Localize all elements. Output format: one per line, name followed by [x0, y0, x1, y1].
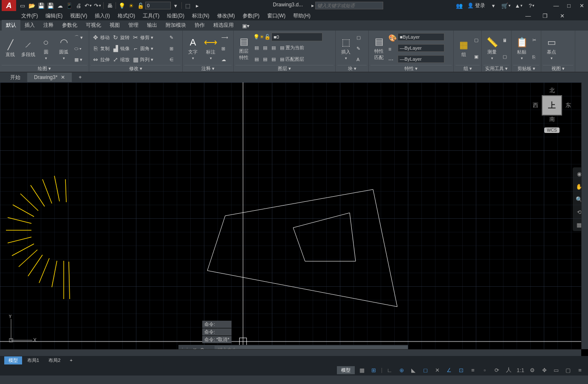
- viewcube-north[interactable]: 北: [549, 87, 555, 94]
- base-button[interactable]: ▭基点▾: [543, 32, 560, 65]
- offset-icon[interactable]: ∈: [168, 55, 175, 64]
- sb-snap-icon[interactable]: ⊞: [369, 365, 379, 375]
- match-layer-button[interactable]: ▤ 匹配图层: [279, 55, 305, 64]
- array-button[interactable]: ▦阵列 ▾: [131, 55, 155, 64]
- tab-start[interactable]: 开始: [3, 72, 27, 83]
- share-icon[interactable]: ⬚: [184, 1, 192, 10]
- tab-manage[interactable]: 管理: [124, 20, 143, 31]
- doc-restore-icon[interactable]: ❐: [541, 11, 549, 20]
- tab-visualize[interactable]: 可视化: [82, 20, 105, 31]
- undo-icon[interactable]: ↶▾: [84, 1, 92, 10]
- saveas-icon[interactable]: 💾: [46, 1, 55, 10]
- menu-edit[interactable]: 编辑(E): [45, 12, 62, 20]
- maximize-button[interactable]: □: [565, 1, 573, 10]
- close-tab-icon[interactable]: ✕: [61, 74, 65, 80]
- play-icon[interactable]: ▸: [193, 1, 201, 10]
- tab-collab[interactable]: 协作: [190, 20, 209, 31]
- ellipse-icon[interactable]: ⬭ ▾: [73, 44, 84, 53]
- new-tab-button[interactable]: +: [72, 73, 88, 82]
- edit-block-icon[interactable]: ✎: [355, 44, 362, 53]
- color-combo[interactable]: ■ ByLayer: [398, 33, 444, 41]
- tab-default[interactable]: 默认: [2, 20, 20, 31]
- scrollbar-vertical[interactable]: [581, 82, 588, 349]
- layer-combo[interactable]: ■ 0: [271, 33, 322, 41]
- menu-tools[interactable]: 工具(T): [143, 12, 159, 20]
- stretch-button[interactable]: ⇔拉伸: [91, 55, 111, 64]
- layer-b-icon[interactable]: ▤: [262, 43, 269, 53]
- sun-icon[interactable]: ☀: [127, 1, 136, 10]
- viewcube-south[interactable]: 南: [549, 116, 555, 123]
- menu-help[interactable]: 帮助(H): [293, 12, 311, 20]
- mobile-icon[interactable]: 📱: [65, 1, 74, 10]
- tab-featured[interactable]: 精选应用: [209, 20, 238, 31]
- explode-icon[interactable]: ⊞: [168, 44, 175, 53]
- tab-annotate[interactable]: 注释: [39, 20, 58, 31]
- calc-icon[interactable]: 🖩: [501, 36, 509, 45]
- viewcube-west[interactable]: 西: [533, 102, 538, 109]
- minimize-button[interactable]: —: [552, 1, 560, 10]
- text-button[interactable]: A文字▾: [184, 32, 201, 65]
- menu-insert[interactable]: 插入(I): [95, 12, 110, 20]
- scale-button[interactable]: ⤢缩放: [111, 55, 131, 64]
- layer-props-button[interactable]: ▤图层 特性: [235, 32, 252, 65]
- layer-e-icon[interactable]: ▤: [262, 55, 269, 64]
- lw-icon[interactable]: ≡: [388, 46, 397, 52]
- sb-scale[interactable]: 1:1: [516, 365, 525, 375]
- sb-ann-icon[interactable]: 人: [504, 365, 513, 375]
- sb-grid-icon[interactable]: ▦: [357, 365, 367, 375]
- viewcube-east[interactable]: 东: [565, 102, 571, 109]
- tab-drawing[interactable]: Drawing3*✕: [27, 73, 72, 82]
- sb-osnap-icon[interactable]: ◻: [421, 365, 430, 375]
- scrollbar-horizontal[interactable]: [0, 349, 581, 356]
- layer-c-icon[interactable]: ▤: [270, 43, 277, 53]
- hatch-icon[interactable]: ▦ ▾: [73, 55, 84, 64]
- circle-button[interactable]: ○圆▾: [37, 32, 54, 65]
- polyline-button[interactable]: ⟋多段线: [20, 32, 37, 65]
- group-edit-icon[interactable]: ▣: [473, 52, 480, 62]
- create-block-icon[interactable]: ▢: [355, 33, 362, 42]
- sb-iso-icon[interactable]: ◣: [409, 365, 418, 375]
- sb-model[interactable]: 模型: [337, 366, 355, 374]
- bulb-on-icon[interactable]: 💡: [118, 1, 126, 10]
- sb-otrack-icon[interactable]: ∠: [444, 365, 454, 375]
- ungroup-icon[interactable]: ▢: [473, 36, 480, 45]
- table-icon[interactable]: ⊞: [220, 44, 229, 53]
- panel-view-label[interactable]: 视图 ▾: [543, 65, 573, 72]
- save-icon[interactable]: 💾: [37, 1, 45, 10]
- sb-3dosnap-icon[interactable]: ✕: [433, 365, 442, 375]
- color-icon[interactable]: 🎨: [388, 34, 397, 42]
- sb-ortho-icon[interactable]: ∟: [385, 365, 394, 375]
- tab-output[interactable]: 输出: [143, 20, 161, 31]
- plot-icon[interactable]: 🖨: [74, 1, 83, 10]
- sb-ws-icon[interactable]: ✥: [540, 365, 549, 375]
- cart-icon[interactable]: 🛒▾: [502, 1, 510, 10]
- line-button[interactable]: ╱直线: [2, 32, 19, 65]
- match-props-button[interactable]: ▤特性 匹配: [370, 32, 387, 65]
- insert-block-button[interactable]: ⬚插入▾: [337, 32, 354, 65]
- panel-block-label[interactable]: 块 ▾: [337, 65, 367, 72]
- tab-extra[interactable]: ▣▾: [238, 21, 254, 31]
- connect-icon[interactable]: 👥: [455, 1, 464, 10]
- layout-2[interactable]: 布局2: [44, 356, 65, 364]
- panel-layer-label[interactable]: 图层 ▾: [235, 65, 334, 72]
- paste-button[interactable]: 📋粘贴▾: [513, 32, 530, 65]
- search-input[interactable]: [315, 2, 383, 9]
- layer-d-icon[interactable]: ▤: [253, 55, 260, 64]
- sb-custom-icon[interactable]: ≡: [575, 365, 585, 375]
- spline-icon[interactable]: ⌒ ▾: [73, 33, 84, 42]
- tab-parametric[interactable]: 参数化: [58, 20, 82, 31]
- redo-icon[interactable]: ↷▾: [93, 1, 102, 10]
- fillet-button[interactable]: ⌐圆角 ▾: [131, 44, 155, 53]
- move-button[interactable]: ✥移动: [91, 33, 111, 42]
- panel-modify-label[interactable]: 修改 ▾: [91, 65, 181, 72]
- menu-param[interactable]: 参数(P): [243, 12, 260, 20]
- menu-modify[interactable]: 修改(M): [217, 12, 235, 20]
- sb-trans-icon[interactable]: ▫: [480, 365, 489, 375]
- attr-icon[interactable]: A: [355, 55, 362, 64]
- sb-polar-icon[interactable]: ⊕: [397, 365, 406, 375]
- wcs-badge[interactable]: WCS: [544, 127, 559, 133]
- copy-button[interactable]: ⎘复制: [91, 44, 111, 53]
- lock-icon[interactable]: 🔓: [136, 1, 145, 10]
- measure-button[interactable]: 📏测量▾: [483, 32, 500, 65]
- erase-icon[interactable]: ✎: [168, 33, 175, 42]
